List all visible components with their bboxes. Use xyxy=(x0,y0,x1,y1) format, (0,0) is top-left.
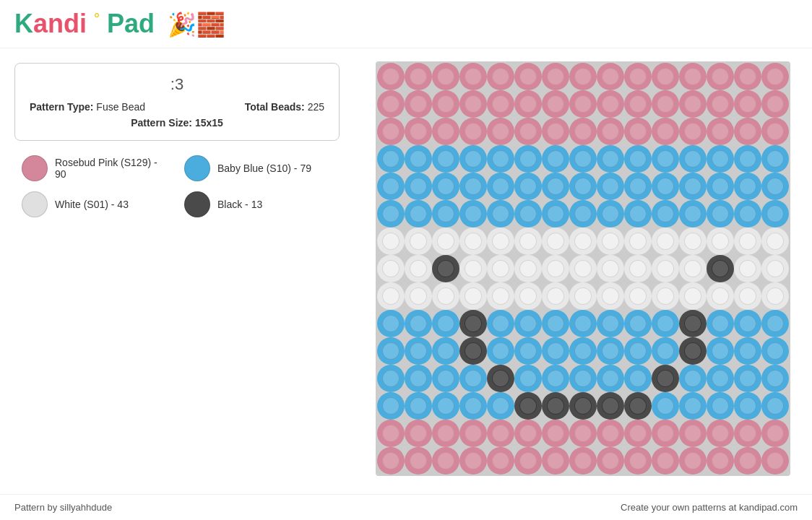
bead-164 xyxy=(761,337,789,365)
bead-143 xyxy=(597,310,624,337)
bead-201 xyxy=(542,420,569,447)
bead-172 xyxy=(569,365,597,392)
bead-88 xyxy=(734,200,761,228)
pattern-beads: Total Beads: 225 xyxy=(245,101,324,113)
pattern-type-value: Fuse Bead xyxy=(96,101,145,113)
bead-79 xyxy=(487,200,514,228)
bead-151 xyxy=(405,337,432,365)
bead-1 xyxy=(405,63,432,90)
bead-204 xyxy=(624,420,652,447)
bead-132 xyxy=(707,282,734,310)
bead-47 xyxy=(432,145,459,173)
bead-104 xyxy=(761,228,789,255)
bead-215 xyxy=(514,447,542,474)
bead-58 xyxy=(734,145,761,173)
bead-182 xyxy=(432,392,459,420)
bead-62 xyxy=(432,173,459,200)
bead-174 xyxy=(624,365,652,392)
bead-213 xyxy=(459,447,487,474)
bead-25 xyxy=(652,90,679,118)
bead-118 xyxy=(734,255,761,282)
bead-37 xyxy=(569,118,597,145)
pattern-info-box: :3 Pattern Type: Fuse Bead Total Beads: … xyxy=(14,63,340,141)
bead-29 xyxy=(761,90,789,118)
bead-50 xyxy=(514,145,542,173)
bead-178 xyxy=(734,365,761,392)
bead-86 xyxy=(679,200,707,228)
bead-202 xyxy=(569,420,597,447)
bead-canvas xyxy=(376,61,790,476)
bead-209 xyxy=(761,420,789,447)
bead-105 xyxy=(377,255,405,282)
footer: Pattern by sillyahhdude Create your own … xyxy=(0,494,812,520)
bead-161 xyxy=(679,337,707,365)
bead-139 xyxy=(487,310,514,337)
bead-19 xyxy=(487,90,514,118)
bead-115 xyxy=(652,255,679,282)
bead-155 xyxy=(514,337,542,365)
bead-135 xyxy=(377,310,405,337)
bead-66 xyxy=(542,173,569,200)
bead-148 xyxy=(734,310,761,337)
bead-218 xyxy=(597,447,624,474)
bead-149 xyxy=(761,310,789,337)
bead-14 xyxy=(761,63,789,90)
bead-186 xyxy=(542,392,569,420)
bead-72 xyxy=(707,173,734,200)
bead-222 xyxy=(707,447,734,474)
bead-34 xyxy=(487,118,514,145)
bead-30 xyxy=(377,118,405,145)
pattern-title: :3 xyxy=(30,75,324,94)
bead-21 xyxy=(542,90,569,118)
color-label-baby-blue: Baby Blue (S10) - 79 xyxy=(217,162,311,174)
bead-35 xyxy=(514,118,542,145)
color-item-black: Black - 13 xyxy=(184,191,332,217)
bead-96 xyxy=(542,228,569,255)
bead-46 xyxy=(405,145,432,173)
bead-77 xyxy=(432,200,459,228)
color-swatch-black xyxy=(184,191,210,217)
bead-206 xyxy=(679,420,707,447)
bead-13 xyxy=(734,63,761,90)
color-label-black: Black - 13 xyxy=(217,199,262,210)
bead-194 xyxy=(761,392,789,420)
bead-90 xyxy=(377,228,405,255)
bead-51 xyxy=(542,145,569,173)
bead-120 xyxy=(377,282,405,310)
bead-156 xyxy=(542,337,569,365)
color-swatch-baby-blue xyxy=(184,155,210,181)
bead-144 xyxy=(624,310,652,337)
bead-68 xyxy=(597,173,624,200)
bead-57 xyxy=(707,145,734,173)
pattern-beads-label: Total Beads: xyxy=(245,101,305,113)
bead-145 xyxy=(652,310,679,337)
pattern-size-label: Pattern Size: xyxy=(131,117,192,129)
bead-170 xyxy=(514,365,542,392)
bead-101 xyxy=(679,228,707,255)
bead-199 xyxy=(487,420,514,447)
color-legend: Rosebud Pink (S129) - 90Baby Blue (S10) … xyxy=(14,155,340,217)
bead-130 xyxy=(652,282,679,310)
bead-4 xyxy=(487,63,514,90)
bead-2 xyxy=(432,63,459,90)
color-swatch-rosebud-pink xyxy=(22,155,48,181)
bead-28 xyxy=(734,90,761,118)
bead-27 xyxy=(707,90,734,118)
right-panel xyxy=(354,48,812,488)
pattern-type: Pattern Type: Fuse Bead xyxy=(30,101,145,113)
logo-dot: ° xyxy=(94,10,100,26)
bead-20 xyxy=(514,90,542,118)
bead-189 xyxy=(624,392,652,420)
color-label-rosebud-pink: Rosebud Pink (S129) - 90 xyxy=(55,157,170,180)
bead-98 xyxy=(597,228,624,255)
bead-208 xyxy=(734,420,761,447)
bead-171 xyxy=(542,365,569,392)
bead-91 xyxy=(405,228,432,255)
bead-141 xyxy=(542,310,569,337)
bead-198 xyxy=(459,420,487,447)
bead-142 xyxy=(569,310,597,337)
bead-122 xyxy=(432,282,459,310)
bead-94 xyxy=(487,228,514,255)
bead-15 xyxy=(377,90,405,118)
bead-61 xyxy=(405,173,432,200)
